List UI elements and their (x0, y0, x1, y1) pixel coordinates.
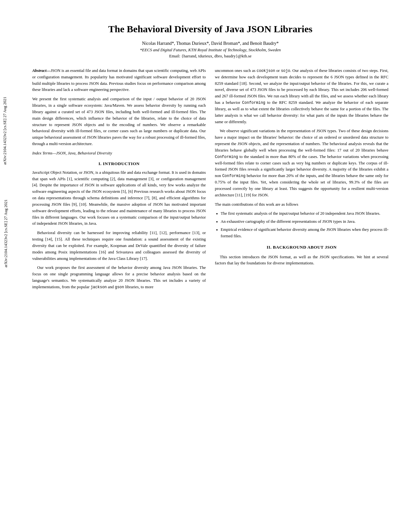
section1-p1: JavaScript Object Notation, or JSON, is … (32, 170, 206, 227)
index-terms: Index Terms—JSON, Java, Behavioral Diver… (32, 150, 206, 157)
abstract-p2: We present the first systematic analysis… (32, 96, 206, 147)
section1-heading: I. Introduction (32, 161, 206, 166)
arxiv-side-label: arXiv:2104.14323v2 [cs.SE] 27 Aug 2021 (4, 199, 8, 267)
contributions-intro: The main contributions of this work are … (215, 202, 389, 208)
contributions-list: The first systematic analysis of the inp… (221, 211, 389, 239)
contribution-3: Empirical evidence of significant behavi… (221, 227, 389, 240)
email: Email: {harrand, tdurieux, dbro, baudry}… (32, 54, 388, 59)
right-col-p1: uncommon ones such as cookjson or sojo. … (215, 68, 389, 125)
right-col-p2: We observe significant variations in the… (215, 128, 389, 198)
section2-p1: This section introduces the JSON format,… (215, 254, 389, 267)
abstract-label: Abstract— (32, 68, 51, 73)
section2-heading: II. Background about JSON (215, 244, 389, 251)
paper-title: The Behavioral Diversity of Java JSON Li… (32, 23, 388, 35)
authors: Nicolas Harrand*, Thomas Durieux*, David… (32, 41, 388, 46)
abstract-text: JSON is an essential file and data forma… (32, 68, 206, 92)
contribution-2: An exhaustive cartography of the differe… (221, 219, 389, 225)
section1-p2: Behavioral diversity can be harnessed fo… (32, 230, 206, 262)
section1-p3: Our work proposes the first assessment o… (32, 265, 206, 290)
arxiv-label: arXiv:2104.14323v2 [cs.SE] 27 Aug 2021 (3, 97, 7, 165)
affiliation: *EECS and Digital Futures, KTH Royal Ins… (32, 47, 388, 53)
contribution-1: The first systematic analysis of the inp… (221, 211, 389, 217)
